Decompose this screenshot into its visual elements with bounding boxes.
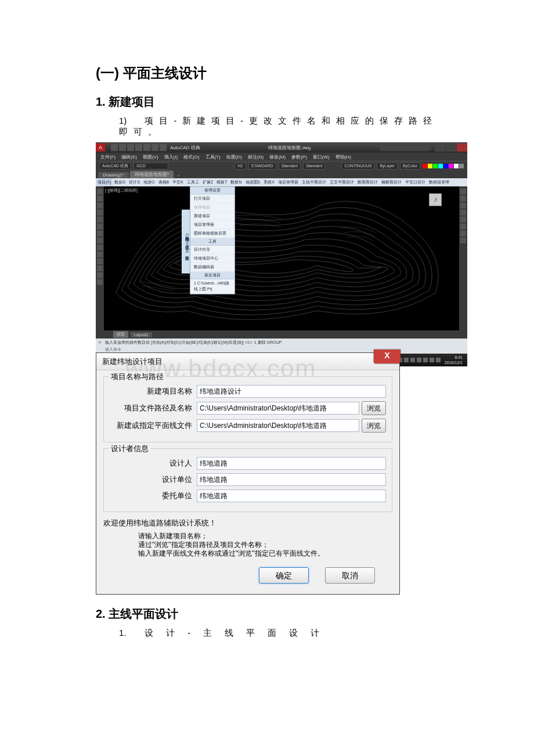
ribbon-project[interactable]: 项目(X) <box>96 178 113 186</box>
menu-project-center[interactable]: 纬地项目中心 <box>190 254 234 263</box>
menu-help[interactable]: 帮助(H) <box>335 154 351 160</box>
doc-tab-2[interactable]: 纬地道路地形图* <box>130 171 174 178</box>
label-client-unit: 委托单位 <box>110 491 197 501</box>
menu-data-editor[interactable]: 数据编辑器 <box>190 263 234 272</box>
input-client-unit[interactable]: 纬地道路 <box>197 489 386 502</box>
popup-section: 工具 <box>190 238 234 246</box>
color-swatches[interactable] <box>423 164 464 168</box>
browse-path-button[interactable]: 浏览 <box>362 401 386 415</box>
textstyle-select[interactable]: HZ <box>234 163 246 170</box>
tablestyle-select[interactable]: Standard <box>279 163 301 170</box>
ribbon-item[interactable]: 平交口设计 <box>403 178 427 186</box>
step-2: 1. 设计-主线平面设计 <box>119 628 438 639</box>
menu-modify[interactable]: 修改(M) <box>269 154 286 160</box>
linetype-select[interactable]: CONTINUOUS <box>341 163 374 170</box>
ribbon-item[interactable]: 平交K <box>171 178 185 186</box>
input-plan-file[interactable]: C:\Users\Administrator\Desktop\纬地道路 <box>197 419 359 432</box>
ok-button[interactable]: 确定 <box>259 567 309 584</box>
ribbon-item[interactable]: 项目管理器 <box>276 178 300 186</box>
menu-save-project: 保存项目 <box>190 203 234 212</box>
cancel-button[interactable]: 取消 <box>325 567 375 584</box>
menu-file[interactable]: 文件(F) <box>100 154 116 160</box>
label-designer: 设计人 <box>110 458 197 469</box>
ribbon-item[interactable]: 数模N <box>229 178 243 186</box>
ribbon-item[interactable]: 数据D <box>113 178 127 186</box>
welcome-text: 欢迎使用纬地道路辅助设计系统！ <box>103 518 392 528</box>
drawing-viewport[interactable]: [-][俯视][二维线框] <box>104 186 459 330</box>
minimize-button[interactable] <box>435 143 445 152</box>
layout-tab[interactable]: Layout1 <box>131 332 152 337</box>
menu-tools[interactable]: 工具(T) <box>205 154 221 160</box>
menu-new-project[interactable]: 新建项目 <box>190 212 234 221</box>
input-design-unit[interactable]: 纬地道路 <box>197 473 386 486</box>
window-title: 纬地道路地形图.dwg <box>200 145 379 151</box>
ribbon-item[interactable]: 表格B <box>157 178 171 186</box>
menu-bar[interactable]: 文件(F) 编辑(E) 视图(V) 插入(I) 格式(O) 工具(T) 绘图(D… <box>96 153 467 161</box>
ribbon-item[interactable]: 模板T <box>215 178 229 186</box>
hint-version-tab[interactable]: 纬地道路CAD系统V6.80教育版 <box>182 210 190 273</box>
section-1-title: 1. 新建项目 <box>96 94 438 110</box>
menu-window[interactable]: 窗口(W) <box>313 154 330 160</box>
menu-recent-project[interactable]: 1 C:\Users\...\4#1路线上图.Prj <box>190 279 234 294</box>
workspace-select[interactable]: AutoCAD 经典 <box>99 163 131 170</box>
hint-text: 请输入新建项目名称； 通过"浏览"指定项目路径及项目文件名称； 输入新建平面线文… <box>138 532 392 558</box>
command-history: 输入要放弃的操作数目或 [自动(A)/控制(C)/开始(BE)/结束(E)/标记… <box>105 340 282 345</box>
ribbon-item[interactable]: 主线平面设计 <box>300 178 328 186</box>
lineweight-select[interactable]: ByLayer <box>377 163 398 170</box>
ribbon-item[interactable]: 地形O <box>142 178 156 186</box>
ribbon-item[interactable]: 数模组管理 <box>427 178 451 186</box>
dialog-close-button[interactable]: X <box>374 350 400 363</box>
workspace-label: AutoCAD 经典 <box>170 145 200 151</box>
hint-ribbon[interactable]: 项目(X) 数据D 设计S 地形O 表格B 平交K 工具工 扩展Z 模板T 数模… <box>96 178 467 186</box>
ribbon-item[interactable]: 扩展Z <box>201 178 215 186</box>
input-project-path[interactable]: C:\Users\Administrator\Desktop\纬地道路 <box>197 402 359 415</box>
plotstyle-select[interactable]: ByColor <box>400 163 420 170</box>
dimstyle-select[interactable]: STANDARD <box>248 163 276 170</box>
doc-tab-1[interactable]: Drawing1* <box>98 172 129 178</box>
browse-plan-button[interactable]: 浏览 <box>362 419 386 433</box>
ribbon-item[interactable]: 系统X <box>262 178 276 186</box>
help-search-input[interactable] <box>379 144 431 151</box>
viewcube-face[interactable]: 上 <box>429 193 442 206</box>
menu-template-settings[interactable]: 图框表格模板设置 <box>190 229 234 238</box>
menu-insert[interactable]: 插入(I) <box>164 154 178 160</box>
cmd-close-icon[interactable]: ✕ <box>98 340 105 345</box>
close-button[interactable] <box>457 143 467 152</box>
menu-draw[interactable]: 绘图(D) <box>226 154 242 160</box>
layer-select[interactable]: GCD <box>134 163 168 170</box>
autocad-logo-icon[interactable]: A <box>96 143 105 152</box>
cad-screenshot: A AutoCAD 经典 纬地道路地形图.dwg 文件(F) 编辑(E) 视图(… <box>96 142 467 349</box>
right-toolbar[interactable] <box>459 186 467 330</box>
menu-project-manager[interactable]: 项目管理器 <box>190 221 234 229</box>
menu-format[interactable]: 格式(O) <box>183 154 200 160</box>
maximize-button[interactable] <box>446 143 456 152</box>
menu-param[interactable]: 参数(P) <box>291 154 307 160</box>
left-toolbar[interactable] <box>96 186 104 330</box>
input-project-name[interactable]: 纬地道路设计 <box>197 385 386 398</box>
new-tab-button[interactable]: + <box>175 173 182 178</box>
menu-edit[interactable]: 编辑(E) <box>121 154 137 160</box>
ribbon-item[interactable]: 工具工 <box>185 178 201 186</box>
quick-access-toolbar[interactable] <box>111 144 167 151</box>
model-tab[interactable]: 模型 <box>113 331 128 338</box>
ribbon-item[interactable]: 横断面设计 <box>380 178 403 186</box>
menu-design-wizard[interactable]: 设计向导 <box>190 246 234 254</box>
mleaderstyle-select[interactable]: Standard <box>303 163 325 170</box>
menu-view[interactable]: 视图(V) <box>143 154 158 160</box>
ribbon-item[interactable]: 设计S <box>127 178 142 186</box>
menu-dim[interactable]: 标注(N) <box>248 154 264 160</box>
ribbon-item[interactable]: 立交平面设计 <box>328 178 356 186</box>
step-2-text: 设计-主线平面设计 <box>145 628 332 638</box>
ribbon-item[interactable]: 断面面设计 <box>356 178 380 186</box>
input-designer[interactable]: 纬地道路 <box>197 457 386 470</box>
label-project-path: 项目文件路径及名称 <box>110 403 197 413</box>
ribbon-item[interactable]: 地形图S <box>244 178 262 186</box>
terrain-contours <box>104 186 459 330</box>
viewcube[interactable]: 上 <box>425 190 445 210</box>
dialog-title: 新建纬地设计项目 X www.bdocx.com <box>96 353 399 370</box>
popup-section: 最近项目 <box>190 272 234 279</box>
section-2-title: 2. 主线平面设计 <box>96 606 438 622</box>
system-tray[interactable]: 8:41 2016/12/1 <box>398 355 467 365</box>
menu-open-project[interactable]: 打开项目 <box>190 195 234 203</box>
step-1: 1) 项目-新建项目-更改文件名和相应的保存路径即可。 <box>119 116 438 138</box>
